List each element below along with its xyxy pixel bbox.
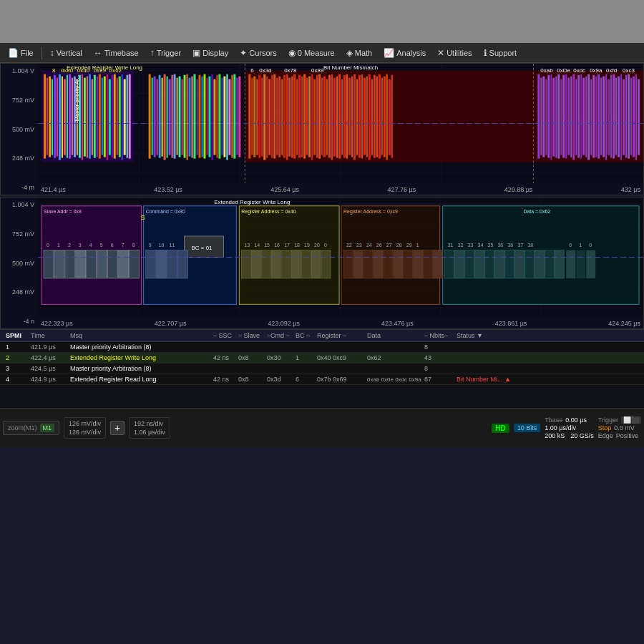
ly-label-5: -4 n — [2, 318, 36, 325]
menu-cursors[interactable]: ✦ Cursors — [235, 46, 282, 60]
svg-rect-113 — [391, 75, 393, 158]
menu-vertical[interactable]: ↕ Vertical — [45, 46, 87, 60]
svg-rect-22 — [69, 74, 71, 159]
svg-text:0xDe: 0xDe — [557, 67, 570, 74]
svg-rect-19 — [62, 77, 63, 158]
td-row2-ssc: 42 ns — [210, 353, 235, 362]
svg-rect-13 — [47, 78, 48, 155]
svg-text:11: 11 — [170, 243, 175, 248]
svg-text:6: 6 — [111, 243, 114, 248]
svg-rect-18 — [59, 74, 61, 160]
menu-measure[interactable]: ◉ 0 Measure — [283, 46, 340, 60]
svg-text:19: 19 — [304, 243, 310, 248]
x-label-4: 427.76 µs — [387, 186, 416, 193]
trigger-box: Trigger ⬜⬛ Stop 0.0 mV Edge Positive — [598, 416, 641, 439]
svg-rect-260 — [241, 250, 250, 278]
svg-rect-285 — [414, 250, 423, 278]
svg-rect-144 — [613, 74, 615, 159]
svg-text:1: 1 — [57, 243, 60, 248]
menu-analysis[interactable]: 📈 Analysis — [379, 46, 431, 60]
table-row[interactable]: 2 422.4 µs Extended Register Write Long … — [0, 353, 644, 364]
svg-rect-192 — [206, 78, 208, 155]
lx-label-5: 423.861 µs — [495, 320, 527, 327]
menu-support[interactable]: ℹ Support — [479, 46, 522, 60]
td-row3-nbits: 8 — [421, 364, 454, 373]
svg-rect-298 — [465, 250, 474, 278]
svg-rect-110 — [384, 77, 386, 157]
svg-text:0xfd: 0xfd — [606, 67, 617, 74]
svg-text:36: 36 — [507, 243, 513, 248]
td-row3-ssc — [210, 368, 235, 369]
svg-rect-180 — [177, 78, 178, 155]
tbase-row-3: 200 kS 20 GS/s — [545, 432, 594, 439]
svg-rect-263 — [271, 250, 280, 278]
svg-text:BC = 01: BC = 01 — [191, 245, 213, 251]
svg-rect-297 — [455, 250, 464, 278]
svg-rect-60 — [258, 75, 260, 158]
svg-rect-33 — [97, 77, 98, 157]
menu-file[interactable]: 📄 File — [3, 46, 39, 60]
svg-rect-150 — [628, 74, 630, 159]
lower-wave-svg: Extended Register Write Long Slave Addr … — [38, 197, 643, 317]
svg-rect-153 — [635, 74, 637, 160]
td-row3-reg — [314, 368, 364, 369]
svg-rect-240 — [97, 250, 107, 278]
data-table: SPMI Time Msq – SSC – Slave –Cmd – BC – … — [0, 329, 644, 408]
tbase-rate1: 1.00 µs/div — [545, 424, 576, 431]
td-row3-status — [454, 368, 525, 369]
svg-rect-34 — [99, 74, 101, 159]
svg-rect-81 — [311, 74, 313, 160]
svg-rect-264 — [281, 250, 291, 278]
svg-rect-123 — [560, 79, 562, 155]
svg-rect-301 — [494, 250, 504, 278]
svg-text:Data = 0x62: Data = 0x62 — [523, 209, 550, 214]
svg-rect-17 — [57, 78, 58, 157]
menu-trigger[interactable]: ↑ Trigger — [145, 46, 186, 60]
svg-rect-266 — [301, 250, 311, 278]
lower-y-axis: 1.004 V 752 mV 500 mV 248 mV -4 n — [1, 197, 38, 328]
svg-rect-205 — [238, 77, 240, 157]
lower-wave-panel: 1.004 V 752 mV 500 mV 248 mV -4 n Extend… — [0, 197, 644, 329]
zoom-label: zoom(M1) — [8, 424, 37, 431]
td-row2-slave: 0x8 — [235, 353, 264, 362]
upper-wave-canvas: 8 0x80 0x40 0x29 0x62 Master priority Ar… — [38, 64, 643, 183]
svg-rect-112 — [389, 79, 391, 155]
menubar: 📄 File ↕ Vertical ↔ Timebase ↑ Trigger ▣… — [0, 43, 644, 63]
svg-rect-127 — [570, 77, 572, 157]
menu-math[interactable]: ◈ Math — [341, 46, 377, 60]
svg-rect-137 — [595, 77, 597, 157]
table-row[interactable]: 1 421.9 µs Master priority Arbitration (… — [0, 342, 644, 353]
svg-rect-122 — [557, 74, 560, 159]
menu-display[interactable]: ▣ Display — [187, 46, 233, 60]
svg-rect-114 — [537, 74, 540, 159]
svg-rect-30 — [89, 74, 91, 159]
td-row1-reg — [314, 346, 364, 348]
svg-rect-178 — [172, 75, 173, 158]
svg-rect-67 — [276, 78, 278, 155]
svg-rect-198 — [221, 78, 223, 155]
add-channel-button[interactable]: + — [110, 421, 125, 435]
svg-text:36: 36 — [497, 243, 503, 248]
svg-rect-265 — [291, 250, 301, 278]
svg-text:2: 2 — [68, 243, 71, 248]
menu-utilities[interactable]: ✕ Utilities — [432, 46, 477, 60]
svg-rect-281 — [374, 250, 383, 278]
td-row4-nbits: 87 — [421, 375, 454, 384]
svg-rect-283 — [394, 250, 403, 278]
svg-rect-186 — [191, 77, 192, 158]
y-label-5: -4 m — [2, 184, 36, 191]
svg-rect-241 — [108, 250, 118, 278]
svg-rect-140 — [602, 77, 605, 157]
svg-rect-242 — [119, 250, 129, 278]
table-row[interactable]: 3 424.5 µs Master priority Arbitration (… — [0, 364, 644, 374]
y-label-3: 500 mV — [2, 126, 36, 133]
svg-rect-77 — [301, 77, 303, 157]
svg-text:27: 27 — [386, 243, 392, 248]
td-row4-slave: 0x8 — [235, 375, 264, 384]
svg-text:Slave Addr = 0x8: Slave Addr = 0x8 — [44, 209, 82, 214]
svg-rect-152 — [633, 77, 635, 157]
menu-timebase[interactable]: ↔ Timebase — [89, 46, 144, 60]
trigger-stop: Stop — [598, 424, 612, 431]
table-row[interactable]: 4 424.9 µs Extended Register Read Long 4… — [0, 374, 644, 385]
svg-rect-73 — [291, 77, 293, 158]
